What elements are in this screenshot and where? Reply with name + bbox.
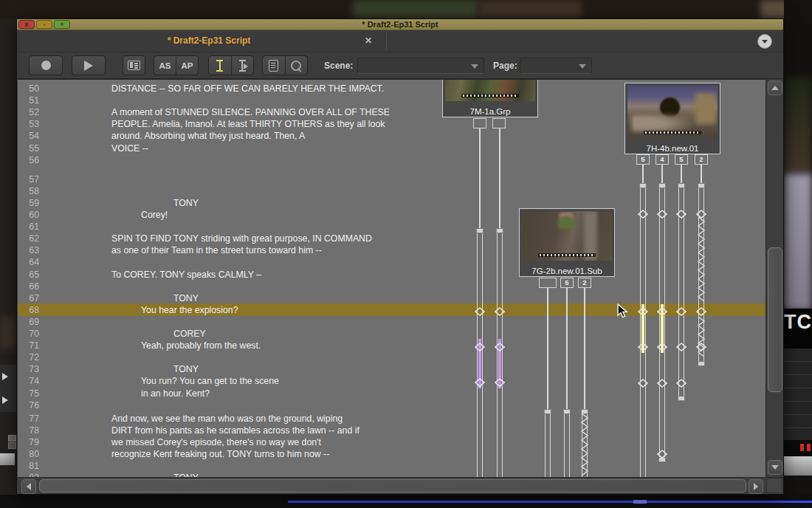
sync-mark-icon[interactable]	[475, 377, 485, 385]
sync-mark-icon[interactable]	[657, 306, 667, 315]
sync-mark-icon[interactable]	[676, 208, 687, 217]
record-button[interactable]	[29, 55, 63, 75]
horizontal-scroll-thumb[interactable]	[39, 479, 746, 492]
take-tab[interactable]: 5	[560, 278, 574, 288]
script-line[interactable]: 67TONY	[18, 292, 765, 305]
sync-mark-icon[interactable]	[495, 341, 505, 350]
sync-mark-icon[interactable]	[676, 341, 687, 350]
sync-mark-icon[interactable]	[638, 306, 648, 315]
script-line[interactable]: 76	[18, 399, 765, 412]
scroll-right-button[interactable]	[749, 479, 763, 494]
script-line-number: 57	[18, 174, 39, 185]
script-line[interactable]: 82TONY	[18, 472, 765, 477]
take-tab[interactable]: 2	[695, 154, 708, 165]
sync-mark-icon[interactable]	[696, 208, 706, 217]
scroll-down-button[interactable]	[768, 460, 782, 475]
script-line[interactable]: 58	[18, 185, 765, 198]
take-tab[interactable]: 5	[675, 154, 688, 165]
tab-menu-button[interactable]	[757, 34, 772, 49]
script-line[interactable]: 68You hear the explosion?	[18, 304, 765, 317]
background-right-timeline	[784, 349, 812, 440]
sync-mark-icon[interactable]	[495, 377, 505, 385]
text-cursor-button[interactable]	[209, 56, 231, 75]
sync-mark-icon[interactable]	[676, 306, 687, 315]
script-line[interactable]: 75in an hour. Kent?	[18, 388, 765, 400]
sync-cursor-button[interactable]	[231, 56, 254, 75]
window-titlebar[interactable]: x - + * Draft2-Ep31 Script	[17, 19, 783, 30]
take-line[interactable]	[564, 413, 570, 477]
clip-card[interactable]: 7H-4b.new.01	[625, 83, 720, 154]
all-takes-button[interactable]: AS	[154, 56, 176, 75]
take-line[interactable]	[678, 187, 684, 401]
storyboard-button[interactable]	[123, 55, 145, 75]
take-start-cap-icon	[658, 183, 666, 188]
take-line[interactable]	[545, 413, 551, 477]
take-tab[interactable]	[539, 278, 557, 288]
script-line[interactable]: 80recognize Kent freaking out. TONY turn…	[18, 448, 765, 461]
sync-mark-icon[interactable]	[696, 306, 706, 315]
script-line[interactable]: 74You run? You can get to the scene	[18, 375, 765, 388]
script-line-number: 68	[18, 304, 39, 316]
sync-mark-icon[interactable]	[475, 306, 485, 315]
sync-mark-icon[interactable]	[657, 341, 667, 350]
scroll-left-button[interactable]	[21, 479, 36, 494]
script-line[interactable]: 65To COREY. TONY speaks CALMLY –	[18, 269, 765, 281]
script-line[interactable]: 77And now, we see the man who was on the…	[18, 413, 765, 425]
script-line[interactable]: 64	[18, 256, 765, 269]
script-line[interactable]: 69	[18, 316, 765, 329]
search-button[interactable]	[285, 56, 308, 75]
sync-mark-icon[interactable]	[495, 306, 505, 315]
script-line[interactable]: 60Corey!	[18, 209, 765, 222]
vertical-scroll-thumb[interactable]	[768, 247, 782, 392]
script-line[interactable]: 56	[18, 154, 765, 167]
sync-mark-icon[interactable]	[475, 341, 485, 350]
script-line[interactable]: 79we missed Corey's episode, there's no …	[18, 436, 765, 449]
sync-mark-icon[interactable]	[638, 341, 648, 350]
script-line[interactable]: 72	[18, 351, 765, 364]
sync-mark-icon[interactable]	[657, 448, 667, 457]
script-line[interactable]: 57	[18, 174, 765, 186]
scene-dropdown[interactable]	[357, 58, 484, 74]
script-line[interactable]: 61	[18, 221, 765, 233]
script-line[interactable]: 73TONY	[18, 363, 765, 376]
take-tab[interactable]	[492, 118, 506, 128]
script-line[interactable]: 78DIRT from his pants as he scrambles ac…	[18, 425, 765, 437]
mouse-cursor	[617, 303, 630, 319]
tab-close-icon[interactable]: ✕	[362, 35, 374, 47]
sync-mark-icon[interactable]	[657, 377, 667, 386]
take-tab[interactable]	[473, 118, 486, 128]
clip-card[interactable]: 7G-2b.new.01.Sub	[519, 208, 615, 277]
scroll-up-button[interactable]	[768, 80, 782, 95]
script-line-text: SPIN TO FIND TONY striding with great pu…	[111, 233, 372, 244]
script-line[interactable]: 62SPIN TO FIND TONY striding with great …	[18, 233, 765, 245]
search-icon	[291, 61, 301, 71]
sync-mark-icon[interactable]	[696, 341, 706, 350]
script-area[interactable]: 50DISTANCE -- SO FAR OFF WE CAN BARELY H…	[18, 79, 765, 477]
sync-mark-icon[interactable]	[638, 377, 648, 386]
script-line[interactable]: 66	[18, 281, 765, 293]
script-line-number: 65	[18, 269, 39, 281]
script-line-text: recognize Kent freaking out. TONY turns …	[111, 448, 329, 460]
sync-mark-icon[interactable]	[638, 208, 648, 217]
script-line[interactable]: 81	[18, 460, 765, 473]
vertical-scrollbar[interactable]	[765, 79, 783, 477]
page-dropdown[interactable]	[520, 58, 592, 74]
sync-mark-icon[interactable]	[657, 208, 667, 217]
sync-mark-icon[interactable]	[676, 377, 687, 386]
script-line-number: 69	[18, 316, 39, 328]
script-line[interactable]: 59TONY	[18, 197, 765, 210]
take-tab[interactable]: 2	[578, 278, 591, 288]
tab-script[interactable]: * Draft2-Ep31 Script	[61, 35, 357, 46]
page-label: Page:	[493, 61, 517, 71]
script-line[interactable]: 70COREY	[18, 328, 765, 340]
script-line[interactable]: 71Yeah, probably from the west.	[18, 340, 765, 352]
take-tab[interactable]: 4	[656, 154, 669, 165]
play-button[interactable]	[72, 55, 106, 75]
take-end-cap-icon	[678, 396, 685, 401]
take-tab[interactable]: 5	[636, 154, 650, 165]
page-view-button[interactable]	[263, 56, 285, 75]
clip-card[interactable]: 7M-1a.Grp	[442, 79, 538, 117]
all-parts-button[interactable]: AP	[176, 56, 198, 75]
script-line[interactable]: 63as one of their Team in the street tur…	[18, 244, 765, 257]
horizontal-scrollbar[interactable]	[18, 477, 783, 494]
